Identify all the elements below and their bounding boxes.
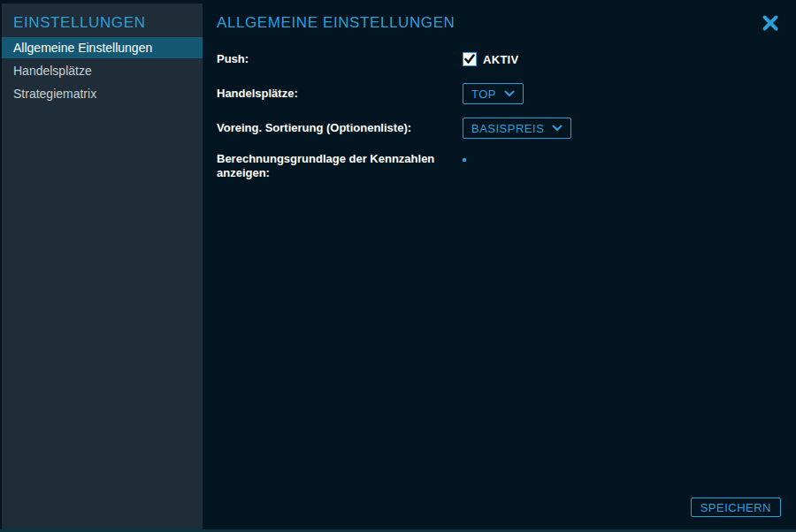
close-icon: [762, 14, 779, 32]
checkmark-icon: [464, 54, 475, 65]
sidebar-item-strategiematrix[interactable]: Strategiematrix: [2, 83, 203, 104]
settings-form: Push: AKTIV Handelsplätze: TOP: [217, 49, 782, 180]
save-button[interactable]: SPEICHERN: [691, 498, 781, 517]
sortierung-dropdown-value: BASISPREIS: [471, 122, 544, 135]
sidebar-nav: Allgemeine Einstellungen Handelsplätze S…: [2, 37, 203, 104]
form-row-sortierung: Voreing. Sortierung (Optionenliste): BAS…: [217, 118, 782, 139]
value-dot: [463, 158, 466, 162]
sidebar-title: EINSTELLUNGEN: [2, 4, 203, 34]
form-row-handelsplaetze: Handelsplätze: TOP: [217, 83, 782, 104]
form-row-berechnungsgrundlage: Berechnungsgrundlage der Kennzahlen anze…: [217, 152, 782, 180]
handelsplaetze-dropdown-value: TOP: [471, 87, 496, 101]
sidebar-item-allgemeine-einstellungen[interactable]: Allgemeine Einstellungen: [2, 37, 203, 58]
settings-dialog: EINSTELLUNGEN Allgemeine Einstellungen H…: [0, 0, 796, 532]
push-label: Push:: [217, 52, 463, 66]
handelsplaetze-dropdown[interactable]: TOP: [463, 83, 524, 104]
chevron-down-icon: [552, 125, 563, 132]
berechnungsgrundlage-label: Berechnungsgrundlage der Kennzahlen anze…: [217, 152, 463, 180]
sortierung-dropdown[interactable]: BASISPREIS: [463, 118, 571, 139]
push-checkbox[interactable]: [463, 52, 477, 66]
panel-header: ALLGEMEINE EINSTELLUNGEN: [217, 4, 782, 34]
chevron-down-icon: [504, 90, 515, 97]
form-row-push: Push: AKTIV: [217, 49, 782, 70]
push-checkbox-wrap: AKTIV: [463, 52, 519, 66]
page-title: ALLGEMEINE EINSTELLUNGEN: [217, 14, 455, 32]
push-checkbox-label: AKTIV: [483, 53, 519, 66]
sortierung-label: Voreing. Sortierung (Optionenliste):: [217, 121, 463, 135]
sidebar-item-handelsplaetze[interactable]: Handelsplätze: [2, 60, 203, 81]
close-button[interactable]: [759, 11, 782, 34]
sidebar: EINSTELLUNGEN Allgemeine Einstellungen H…: [2, 4, 203, 529]
main-panel: ALLGEMEINE EINSTELLUNGEN Push: AKTIV: [203, 4, 796, 529]
handelsplaetze-label: Handelsplätze:: [217, 87, 463, 101]
